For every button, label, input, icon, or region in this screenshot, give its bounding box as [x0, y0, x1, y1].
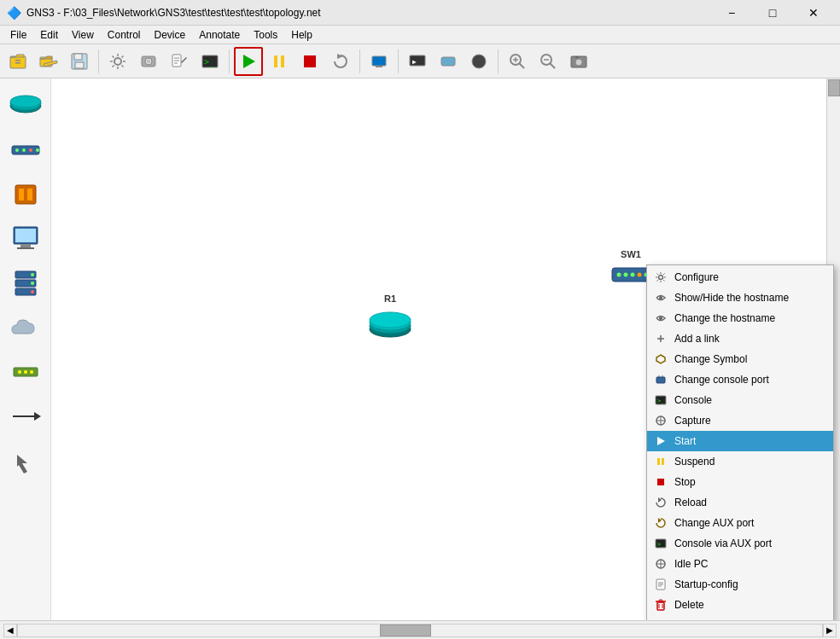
ctx-console-aux-label: Console via AUX port [674, 537, 772, 549]
v-scroll-thumb[interactable] [828, 79, 840, 96]
ctx-stop[interactable]: Stop [647, 472, 833, 492]
suspend-all-button[interactable] [265, 47, 294, 76]
svg-rect-92 [657, 458, 660, 465]
svg-point-66 [30, 370, 33, 374]
svg-point-78 [638, 273, 642, 277]
svg-rect-2 [15, 60, 20, 61]
svg-point-13 [147, 60, 150, 63]
device-icon-button[interactable] [434, 47, 463, 76]
reload-all-button[interactable] [326, 47, 355, 76]
ctx-start-label: Start [674, 435, 696, 447]
svg-marker-91 [657, 437, 665, 445]
sidebar-item-hub[interactable] [5, 351, 46, 392]
console-icon: >_ [654, 393, 668, 407]
virtualbox-button[interactable] [365, 47, 394, 76]
sidebar-item-link[interactable] [5, 396, 46, 437]
menu-view[interactable]: View [65, 27, 101, 43]
ctx-startup-config[interactable]: Startup-config [647, 574, 833, 595]
svg-rect-41 [575, 56, 579, 58]
change-symbol-icon [654, 352, 668, 366]
svg-rect-8 [74, 54, 82, 60]
sidebar [0, 78, 51, 620]
horizontal-scrollbar[interactable] [17, 624, 823, 637]
scroll-left-button[interactable]: ◀ [3, 624, 17, 637]
menu-control[interactable]: Control [101, 27, 148, 43]
sidebar-item-computer[interactable] [5, 218, 46, 259]
maximize-button[interactable]: □ [753, 0, 792, 26]
ctx-change-aux-port[interactable]: Change AUX port [647, 513, 833, 533]
ctx-console[interactable]: >_ Console [647, 390, 833, 410]
ctx-capture[interactable]: Capture [647, 410, 833, 431]
ctx-change-console-port[interactable]: Change console port [647, 369, 833, 390]
suspend-icon [654, 455, 668, 468]
svg-rect-94 [657, 479, 664, 485]
edit-button[interactable] [165, 47, 194, 76]
sidebar-item-cloud[interactable] [5, 307, 46, 348]
svg-rect-27 [376, 66, 382, 67]
ctx-change-hostname[interactable]: Change the hostname [647, 308, 833, 328]
h-scroll-thumb[interactable] [380, 624, 431, 636]
ctx-idle-pc[interactable]: Idle PC [647, 554, 833, 574]
minimize-button[interactable]: − [712, 0, 751, 26]
console-aux-icon: >_ [654, 537, 668, 550]
sidebar-item-router[interactable] [5, 85, 46, 126]
sidebar-item-arrow-tool[interactable] [5, 440, 46, 481]
zoom-out-button[interactable] [534, 47, 563, 76]
device-sw1[interactable]: SW1 [610, 249, 651, 288]
menu-annotate[interactable]: Annotate [192, 27, 247, 43]
stop-icon [654, 475, 668, 489]
svg-point-40 [575, 59, 582, 66]
close-button[interactable]: ✕ [794, 0, 833, 26]
ball-button[interactable] [464, 47, 493, 76]
sidebar-item-firewall[interactable] [5, 174, 46, 215]
svg-rect-55 [20, 244, 31, 247]
zoom-in-button[interactable] [503, 47, 532, 76]
toolbar: >_ ▶ [0, 44, 840, 78]
ctx-reload[interactable]: Reload [647, 492, 833, 513]
svg-point-49 [36, 148, 39, 152]
svg-point-44 [10, 96, 41, 107]
scroll-right-button[interactable]: ▶ [823, 624, 837, 637]
menu-file[interactable]: File [3, 27, 33, 43]
preferences-button[interactable] [103, 47, 132, 76]
canvas-area[interactable]: R1 SW1 [51, 78, 840, 620]
ctx-delete[interactable]: Delete [647, 595, 833, 615]
svg-point-47 [22, 148, 26, 152]
svg-rect-26 [372, 56, 386, 66]
sidebar-item-server[interactable] [5, 263, 46, 304]
svg-point-62 [31, 290, 34, 293]
menu-tools[interactable]: Tools [247, 27, 284, 43]
ctx-change-symbol[interactable]: Change Symbol [647, 349, 833, 369]
menu-device[interactable]: Device [148, 27, 193, 43]
raise-layer-icon [654, 619, 668, 620]
menu-help[interactable]: Help [284, 27, 319, 43]
screenshot-button[interactable] [564, 47, 593, 76]
snapshot-button[interactable] [134, 47, 163, 76]
ctx-console-aux[interactable]: >_ Console via AUX port [647, 533, 833, 554]
terminal-button[interactable]: >_ [195, 47, 225, 76]
new-button[interactable] [3, 47, 32, 76]
ctx-console-label: Console [674, 394, 712, 406]
menu-edit[interactable]: Edit [33, 27, 65, 43]
ctx-add-link[interactable]: Add a link [647, 328, 833, 349]
ctx-raise-layer[interactable]: Raise one layer [647, 615, 833, 620]
open-button[interactable] [34, 47, 63, 76]
ctx-delete-label: Delete [674, 599, 704, 611]
ctx-start[interactable]: Start [647, 431, 833, 451]
stop-all-button[interactable] [295, 47, 324, 76]
console-all-button[interactable]: ▶ [403, 47, 432, 76]
svg-text:▶: ▶ [412, 58, 417, 66]
add-link-icon [654, 332, 668, 346]
ctx-suspend[interactable]: Suspend [647, 451, 833, 472]
svg-rect-50 [15, 185, 36, 204]
change-hostname-icon [654, 311, 668, 325]
ctx-configure[interactable]: Configure [647, 267, 833, 288]
save-button[interactable] [65, 47, 94, 76]
start-all-button[interactable] [234, 47, 263, 76]
svg-point-73 [370, 312, 411, 328]
svg-rect-108 [659, 600, 662, 601]
ctx-change-hostname-label: Change the hostname [674, 312, 775, 324]
device-r1[interactable]: R1 [367, 293, 413, 338]
sidebar-item-switch[interactable] [5, 130, 46, 171]
ctx-show-hide-hostname[interactable]: Show/Hide the hostname [647, 288, 833, 308]
